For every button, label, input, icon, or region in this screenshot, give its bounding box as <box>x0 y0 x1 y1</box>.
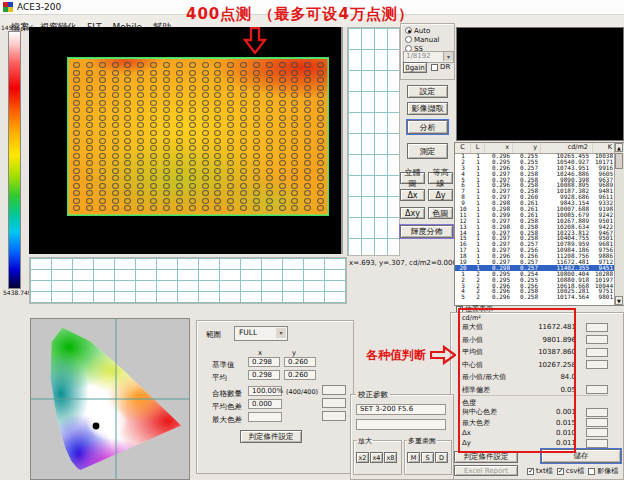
save-option-影像檔[interactable]: 影像檔 <box>588 466 618 476</box>
table-row[interactable]: 520.2960.25810174.5649801 <box>455 294 615 300</box>
judge-condition-button[interactable]: 判定條件設定 <box>454 451 518 463</box>
table-header-K[interactable]: K <box>593 143 615 153</box>
annotation-judge: 各种值判断 <box>366 347 426 364</box>
measure-dot <box>202 168 209 174</box>
cie-diagram[interactable] <box>30 318 190 480</box>
measure-dot <box>202 190 209 196</box>
measure-dot <box>202 122 209 128</box>
measure-dot <box>137 85 144 91</box>
multi-screen-button-D[interactable]: D <box>435 452 448 463</box>
colormap-button[interactable]: 色圖 <box>428 207 453 219</box>
range-select[interactable]: FULL ▾ <box>234 326 288 341</box>
scrollbar-thumb[interactable] <box>615 153 623 169</box>
measure-dot <box>176 205 183 211</box>
measure-button[interactable]: 測定 <box>407 143 448 159</box>
zoom-button-x2[interactable]: x2 <box>356 452 369 463</box>
measure-dot <box>163 160 170 166</box>
measure-dot <box>214 153 221 159</box>
excel-report-button[interactable]: Excel Report <box>454 465 518 476</box>
multi-screen-button-M[interactable]: M <box>407 452 420 463</box>
measure-dot <box>163 145 170 151</box>
measure-dot <box>291 198 298 204</box>
measure-dot <box>99 145 106 151</box>
table-header-L[interactable]: L <box>471 143 485 153</box>
scroll-down-icon[interactable]: ▼ <box>615 296 623 305</box>
measure-dot <box>176 190 183 196</box>
measure-dot <box>253 100 260 106</box>
luminance-distribution-button[interactable]: 輝度分佈 <box>400 225 453 238</box>
table-header-x[interactable]: x <box>485 143 513 153</box>
reference-y-field[interactable]: 0.260 <box>284 357 316 367</box>
table-scrollbar[interactable]: ▲ ▼ <box>614 143 624 305</box>
measure-dot <box>291 168 298 174</box>
measure-dot <box>279 175 286 181</box>
measurement-table[interactable]: CLxycd/m2K 110.2960.25510265.45510038210… <box>454 142 624 306</box>
table-body[interactable]: 110.2960.25510265.45510038210.2950.25510… <box>455 153 615 305</box>
analyze-button[interactable]: 分析 <box>407 120 448 134</box>
zoom-label: 放大 <box>357 436 373 446</box>
measure-dot <box>227 115 234 121</box>
measure-dot <box>227 100 234 106</box>
radio-auto-circle[interactable] <box>405 27 412 34</box>
measure-dot <box>99 198 106 204</box>
radio-auto[interactable]: Auto <box>405 26 430 35</box>
zoom-button-x4[interactable]: x4 <box>370 452 383 463</box>
measure-dot <box>279 70 286 76</box>
delta-y-button[interactable]: Δy <box>428 189 453 201</box>
zoom-button-x8[interactable]: x8 <box>384 452 397 463</box>
delta-xy-button[interactable]: Δxy <box>400 207 425 219</box>
settings-button[interactable]: 設定 <box>407 85 448 98</box>
dr-checkbox[interactable]: DR <box>431 63 450 71</box>
stereo-view-button[interactable]: 立體圖 <box>400 172 425 184</box>
measure-dot <box>99 190 106 196</box>
measure-dot <box>189 100 196 106</box>
chevron-down-icon[interactable]: ▾ <box>276 328 286 338</box>
measure-dot <box>176 100 183 106</box>
calibration-value-field[interactable]: SET 3-200 F5.6 <box>356 404 446 415</box>
average-y-field[interactable]: 0.260 <box>284 370 316 380</box>
save-button[interactable]: 儲存 <box>541 449 621 463</box>
measure-dot <box>266 145 273 151</box>
measure-dot <box>291 190 298 196</box>
measure-dot <box>86 107 93 113</box>
measure-dot <box>317 160 324 166</box>
measure-dot <box>124 138 131 144</box>
stat-row-chroma: Δy0.011 <box>460 438 608 448</box>
save-option-txt檔[interactable]: ✓txt檔 <box>527 466 553 476</box>
measure-dot <box>137 100 144 106</box>
save-option-csv檔[interactable]: ✓csv檔 <box>557 466 585 476</box>
delta-x-button[interactable]: Δx <box>400 189 425 201</box>
measure-dot <box>214 92 221 98</box>
radio-manual-circle[interactable] <box>405 36 412 43</box>
reference-x-field[interactable]: 0.298 <box>248 357 280 367</box>
measure-dot <box>214 77 221 83</box>
measure-dot <box>189 160 196 166</box>
average-x-field[interactable]: 0.298 <box>248 370 280 380</box>
measure-dot <box>86 100 93 106</box>
measure-dot <box>73 107 80 113</box>
judge-condition-button[interactable]: 判定條件設定 <box>240 430 302 443</box>
contour-button[interactable]: 等高線 <box>428 172 453 184</box>
capture-button[interactable]: 影像擷取 <box>407 102 448 115</box>
measure-dot <box>317 198 324 204</box>
radio-manual[interactable]: Manual <box>405 35 439 44</box>
heatmap-panel[interactable] <box>67 57 329 216</box>
calibration-value2-field[interactable] <box>356 419 446 430</box>
measure-dot <box>124 77 131 83</box>
measure-dot <box>279 138 286 144</box>
heatmap-canvas[interactable] <box>29 27 343 254</box>
chevron-down-icon[interactable]: ▾ <box>443 52 453 61</box>
measure-dot <box>202 62 209 68</box>
gain-button[interactable]: 0gain <box>403 62 427 73</box>
table-header-C[interactable]: C <box>455 143 471 153</box>
measure-dot <box>240 145 247 151</box>
measure-dot <box>279 153 286 159</box>
measure-dot <box>240 175 247 181</box>
measure-dot <box>163 122 170 128</box>
measure-dot <box>291 115 298 121</box>
multi-screen-button-S[interactable]: S <box>421 452 434 463</box>
table-header-y[interactable]: y <box>513 143 541 153</box>
measure-dot <box>163 175 170 181</box>
scroll-up-icon[interactable]: ▲ <box>615 143 623 152</box>
table-header-cd/m2[interactable]: cd/m2 <box>541 143 593 153</box>
